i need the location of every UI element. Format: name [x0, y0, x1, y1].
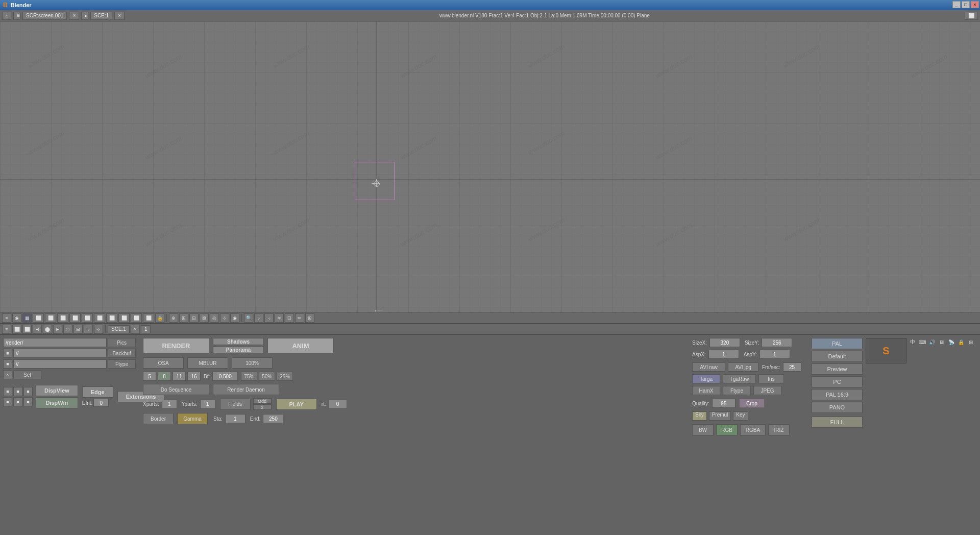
avi-jpg-btn[interactable]: AVI jpg [728, 362, 758, 372]
tray-icon-1[interactable]: 中 [909, 338, 917, 346]
x-btn[interactable]: × [3, 370, 12, 379]
pano-btn[interactable]: PANO [812, 402, 863, 413]
close-scene-btn[interactable]: × [131, 325, 140, 334]
pc-btn[interactable]: PC [812, 376, 863, 387]
pct-100-btn[interactable]: 100% [232, 357, 273, 369]
window-fullscreen[interactable]: ⬜ [965, 12, 978, 20]
screen-selector[interactable]: SCR:screen.001 [22, 12, 67, 20]
obj-btn-2[interactable]: ⬜ [45, 313, 56, 323]
play-btn[interactable]: PLAY [276, 399, 317, 410]
pal-16-9-btn[interactable]: PAL 16:9 [812, 389, 863, 400]
disp-btn-2[interactable]: ■ [13, 387, 22, 396]
ftype-toggle[interactable]: ■ [3, 359, 12, 369]
osa-11[interactable]: 11 [173, 372, 186, 381]
iris-btn[interactable]: Iris [758, 374, 784, 383]
sky-btn[interactable]: Sky [692, 411, 707, 421]
tl-extra[interactable]: ⬦ [84, 325, 93, 334]
render-path-input[interactable] [3, 338, 107, 347]
maximize-button[interactable]: □ [962, 1, 970, 8]
jpeg-btn[interactable]: JPEG [753, 386, 781, 395]
tga-raw-btn[interactable]: TgaRaw [723, 374, 756, 383]
ftype-path-input[interactable] [13, 359, 107, 369]
preview-btn[interactable]: Preview [812, 363, 863, 375]
obj-btn-9[interactable]: ⬜ [131, 313, 142, 323]
tl-play[interactable]: ⬤ [43, 325, 52, 334]
tray-icon-6[interactable]: 🔒 [957, 338, 965, 346]
obj-btn-7[interactable]: ⬜ [106, 313, 117, 323]
premul-btn[interactable]: Premul [709, 411, 731, 421]
select-btn[interactable]: ◉ [12, 313, 21, 323]
render-preview-btn[interactable]: 🔍 [244, 313, 253, 323]
align-btn[interactable]: ⊹ [220, 313, 229, 323]
viewport-3d[interactable]: www.duc.com www.duc.com www.duc.com www.… [0, 21, 980, 312]
pct-50[interactable]: 50% [259, 372, 275, 381]
xparts-input[interactable] [162, 400, 177, 409]
menu-icon[interactable]: ≡ [13, 12, 20, 20]
disp-btn-3[interactable]: ■ [23, 387, 33, 396]
osa-5[interactable]: 5 [143, 372, 156, 381]
view-menu-btn[interactable]: ≡ [2, 313, 11, 323]
default-btn[interactable]: Default [812, 351, 863, 362]
scene-selector[interactable]: SCE:1 [90, 12, 112, 20]
scene-arrow[interactable]: ▸ [81, 12, 88, 20]
border-btn[interactable]: Border [143, 413, 174, 424]
tl-menu[interactable]: ≡ [2, 325, 11, 334]
tl-select[interactable]: ⬜ [22, 325, 32, 334]
minimize-button[interactable]: _ [952, 1, 961, 8]
quality-input[interactable] [712, 399, 736, 408]
tl-mode[interactable]: ⬜ [12, 325, 21, 334]
rgb-btn[interactable]: RGB [716, 424, 738, 435]
tray-icon-5[interactable]: 📡 [947, 338, 955, 346]
rt-input[interactable] [329, 400, 347, 409]
asp-y-input[interactable] [760, 350, 790, 359]
fps-input[interactable] [783, 362, 801, 372]
mirror-btn[interactable]: ⊟ [189, 313, 199, 323]
disp-btn-6[interactable]: ■ [23, 397, 33, 406]
disp-view-btn[interactable]: DispView [36, 385, 78, 396]
disp-btn-1[interactable]: ■ [3, 387, 12, 396]
fields-btn[interactable]: Fields [220, 399, 251, 410]
osa-8[interactable]: 8 [158, 372, 171, 381]
sta-input[interactable] [225, 414, 246, 423]
audio-btn[interactable]: ♪ [254, 313, 263, 323]
obj-btn-8[interactable]: ⬜ [118, 313, 130, 323]
add-menu-btn[interactable]: ⊕ [169, 313, 178, 323]
tray-icon-7[interactable]: ⊞ [967, 338, 975, 346]
targa-btn[interactable]: Targa [692, 374, 720, 383]
edge-btn[interactable]: Edge [82, 386, 113, 398]
lock-btn[interactable]: 🔒 [155, 313, 164, 323]
home-icon[interactable]: ⌂ [2, 12, 11, 20]
pct-75[interactable]: 75% [241, 372, 257, 381]
shadows-btn[interactable]: Shadows [213, 338, 264, 345]
obj-btn-3[interactable]: ⬜ [57, 313, 68, 323]
game-btn[interactable]: ⬦ [264, 313, 274, 323]
osa-btn[interactable]: OSA [143, 357, 184, 369]
script-btn[interactable]: ⊡ [285, 313, 294, 323]
tl-fwd[interactable]: ► [53, 325, 62, 334]
backbuf-path-input[interactable] [13, 349, 107, 358]
asp-x-input[interactable] [708, 350, 739, 359]
mblur-btn[interactable]: MBLUR [187, 357, 228, 369]
backbuf-toggle[interactable]: ■ [3, 349, 12, 358]
obj-btn-10[interactable]: ⬜ [143, 313, 154, 323]
ftype-btn2[interactable]: Ftype [723, 386, 751, 395]
end-input[interactable] [263, 414, 283, 423]
pivot-btn[interactable]: ◎ [210, 313, 219, 323]
obj-btn-6[interactable]: ⬜ [94, 313, 105, 323]
pal-btn[interactable]: PAL [812, 338, 863, 349]
hamx-btn[interactable]: HamX [692, 386, 720, 395]
transform-btn[interactable]: ⊞ [179, 313, 188, 323]
obj-btn-1[interactable]: ⬜ [33, 313, 44, 323]
prop-edit-btn[interactable]: ◉ [230, 313, 239, 323]
crop-button[interactable]: Crop [739, 399, 765, 408]
tl-anim[interactable]: ◌ [63, 325, 72, 334]
pen-btn[interactable]: ✏ [295, 313, 304, 323]
panorama-btn[interactable]: Panorama [213, 346, 264, 353]
x-btn[interactable]: x [253, 404, 272, 410]
yparts-input[interactable] [200, 400, 215, 409]
tl-back[interactable]: ◄ [33, 325, 42, 334]
do-sequence-btn[interactable]: Do Sequence [143, 384, 209, 395]
anim-button[interactable]: ANIM [267, 338, 334, 353]
disp-btn-5[interactable]: ■ [13, 397, 22, 406]
seq-btn[interactable]: ≋ [275, 313, 284, 323]
